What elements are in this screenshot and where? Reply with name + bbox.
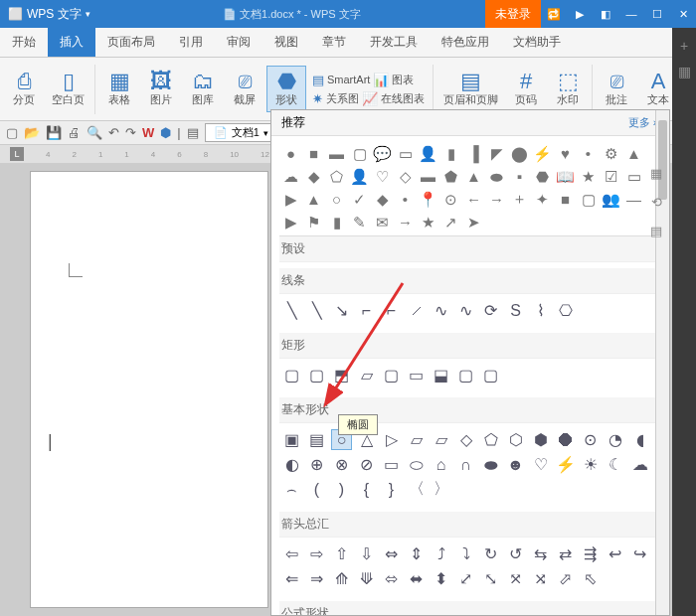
a16-icon[interactable]: ⇐ xyxy=(281,568,302,589)
undo-icon[interactable]: ↶ xyxy=(108,125,119,140)
b37-icon[interactable]: 〉 xyxy=(431,479,451,500)
maximize-button[interactable]: ☐ xyxy=(644,0,670,28)
b19-icon[interactable]: ⊘ xyxy=(356,454,377,475)
a24-icon[interactable]: ⤡ xyxy=(480,568,501,589)
angle-icon[interactable]: ◤ xyxy=(487,144,506,163)
line8-icon[interactable]: ∿ xyxy=(455,300,476,321)
new-icon[interactable]: ▢ xyxy=(6,125,18,140)
star2-icon[interactable]: ★ xyxy=(419,213,437,231)
print-icon[interactable]: 🖨 xyxy=(68,125,81,140)
cube-icon[interactable]: ⬢ xyxy=(160,125,171,140)
shield-icon[interactable]: ▮ xyxy=(327,213,346,231)
line11-icon[interactable]: ⌇ xyxy=(530,300,551,321)
tab-doc-assistant[interactable]: 文档助手 xyxy=(501,28,573,57)
b11-icon[interactable]: ⬢ xyxy=(530,429,551,450)
b30-icon[interactable]: ☁ xyxy=(629,454,650,475)
shape-button[interactable]: ⬣形状 xyxy=(266,66,306,112)
flag-icon[interactable]: ▶ xyxy=(281,190,300,209)
line12-icon[interactable]: ⎔ xyxy=(555,300,576,321)
tab-developer[interactable]: 开发工具 xyxy=(358,28,430,57)
person-icon[interactable]: 👤 xyxy=(419,144,437,163)
arrow-l-icon[interactable]: ← xyxy=(464,190,483,209)
b20-icon[interactable]: ▭ xyxy=(381,454,402,475)
b10-icon[interactable]: ⬡ xyxy=(505,429,526,450)
tab-references[interactable]: 引用 xyxy=(167,28,215,57)
tab-view[interactable]: 视图 xyxy=(262,28,310,57)
a19-icon[interactable]: ⟱ xyxy=(356,568,377,589)
a22-icon[interactable]: ⬍ xyxy=(431,568,451,589)
a26-icon[interactable]: ⤨ xyxy=(530,568,551,589)
preview-icon[interactable]: 🔍 xyxy=(87,125,102,140)
person2-icon[interactable]: 👤 xyxy=(350,167,369,186)
b15-icon[interactable]: ◖ xyxy=(629,429,650,450)
b36-icon[interactable]: 〈 xyxy=(406,479,427,500)
redo-icon[interactable]: ↷ xyxy=(125,125,136,140)
rect-icon[interactable]: ▬ xyxy=(327,144,346,163)
triangle2-icon[interactable]: ▲ xyxy=(464,167,483,186)
plus-icon[interactable]: ＋ xyxy=(510,190,529,209)
table-button[interactable]: ▦表格 xyxy=(99,67,139,111)
circle3-icon[interactable]: ○ xyxy=(327,190,346,209)
play-icon[interactable]: ▶ xyxy=(281,213,300,231)
a27-icon[interactable]: ⬀ xyxy=(555,568,576,589)
paint-icon[interactable]: ◆ xyxy=(373,190,392,209)
b33-icon[interactable]: ) xyxy=(331,479,352,500)
a20-icon[interactable]: ⬄ xyxy=(381,568,402,589)
line2-icon[interactable]: ╲ xyxy=(306,300,327,321)
pentagon-icon[interactable]: ⬠ xyxy=(327,167,346,186)
a2-icon[interactable]: ⇨ xyxy=(306,543,327,564)
b31-icon[interactable]: ⌢ xyxy=(281,479,302,500)
ribbon-icon[interactable]: ▭ xyxy=(624,167,643,186)
b2-icon[interactable]: ▤ xyxy=(306,429,327,450)
list-icon[interactable]: ▤ xyxy=(187,125,199,140)
ring-icon[interactable]: ⊙ xyxy=(441,190,460,209)
page-number-button[interactable]: #页码 xyxy=(506,67,546,111)
drop-icon[interactable]: ◆ xyxy=(304,167,323,186)
header-footer-button[interactable]: ▤页眉和页脚 xyxy=(437,67,504,111)
people-icon[interactable]: 👥 xyxy=(602,190,620,209)
b27-icon[interactable]: ⚡ xyxy=(555,454,576,475)
a11-icon[interactable]: ⇆ xyxy=(530,543,551,564)
book-icon[interactable]: 📖 xyxy=(556,167,575,186)
blank-page-button[interactable]: ▯空白页 xyxy=(46,67,90,111)
add-icon[interactable]: + xyxy=(680,38,688,54)
line7-icon[interactable]: ∿ xyxy=(431,300,451,321)
line6-icon[interactable]: ⟋ xyxy=(406,300,427,321)
r4-icon[interactable]: ▱ xyxy=(356,365,377,385)
side-icon-2[interactable]: ⟲ xyxy=(651,195,662,210)
r8-icon[interactable]: ▢ xyxy=(455,365,476,385)
b13-icon[interactable]: ⊙ xyxy=(580,429,601,450)
a13-icon[interactable]: ⇶ xyxy=(580,543,601,564)
tab-page-layout[interactable]: 页面布局 xyxy=(95,28,167,57)
r2-icon[interactable]: ▢ xyxy=(306,365,327,385)
r9-icon[interactable]: ▢ xyxy=(480,365,501,385)
bar-icon[interactable]: ▐ xyxy=(464,144,483,163)
document-tab[interactable]: 📄 文档1 ▾ xyxy=(205,123,277,142)
b23-icon[interactable]: ∩ xyxy=(455,454,476,475)
a14-icon[interactable]: ↩ xyxy=(605,543,625,564)
roundrect-icon[interactable]: ▢ xyxy=(350,144,369,163)
a1-icon[interactable]: ⇦ xyxy=(281,543,302,564)
a7-icon[interactable]: ⤴ xyxy=(431,543,451,564)
a15-icon[interactable]: ↪ xyxy=(629,543,650,564)
b5-icon[interactable]: ▷ xyxy=(381,429,402,450)
pill-icon[interactable]: ▬ xyxy=(419,167,437,186)
cloud-icon[interactable]: ☁ xyxy=(281,167,300,186)
arrow4-icon[interactable]: ➤ xyxy=(464,213,483,231)
a6-icon[interactable]: ⇕ xyxy=(406,543,427,564)
minimize-button[interactable]: — xyxy=(618,0,644,28)
page-break-button[interactable]: ⎙分页 xyxy=(4,67,44,111)
b6-icon[interactable]: ▱ xyxy=(406,429,427,450)
ruler-tab-button[interactable]: L xyxy=(10,147,24,161)
login-button[interactable]: 未登录 xyxy=(485,0,541,28)
picture-button[interactable]: 🖼图片 xyxy=(141,67,181,111)
triangle-icon[interactable]: ▲ xyxy=(624,144,643,163)
relation-chart-button[interactable]: ✷关系图 📈在线图表 xyxy=(308,90,429,107)
star-icon[interactable]: ★ xyxy=(579,167,598,186)
screenshot-button[interactable]: ⎚截屏 xyxy=(225,67,264,111)
repeat-icon[interactable]: ▭ xyxy=(396,144,415,163)
check-icon[interactable]: ☑ xyxy=(602,167,620,186)
b17-icon[interactable]: ⊕ xyxy=(306,454,327,475)
smartart-button[interactable]: ▤SmartArt 📊图表 xyxy=(308,72,429,88)
a5-icon[interactable]: ⇔ xyxy=(381,543,402,564)
